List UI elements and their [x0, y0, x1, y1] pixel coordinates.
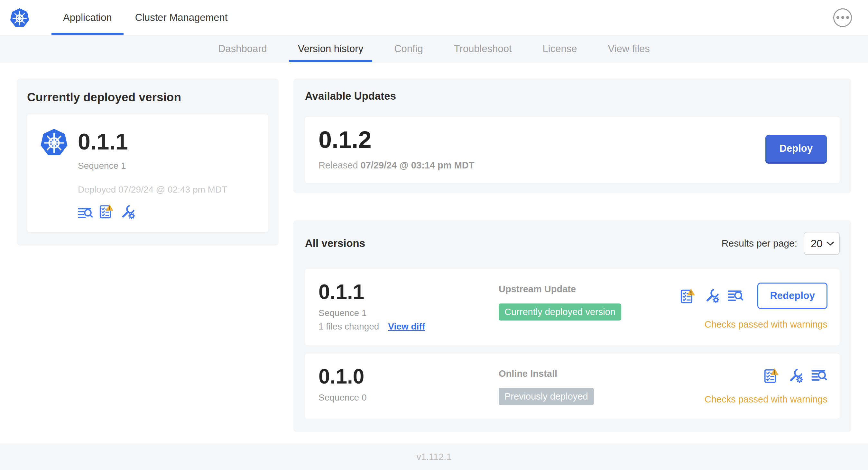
status-badge: Previously deployed [499, 388, 594, 405]
deployed-sequence: Sequence 1 [78, 161, 227, 171]
app-sub-nav: Dashboard Version history Config Trouble… [0, 35, 868, 62]
deployed-timestamp: Deployed 07/29/24 @ 02:43 pm MDT [78, 184, 227, 195]
status-badge: Currently deployed version [499, 303, 621, 321]
files-changed-label: 1 files changed [318, 322, 379, 332]
update-released-line: Released 07/29/24 @ 03:14 pm MDT [318, 160, 765, 171]
all-versions-panel: All versions Results per page: 20 [293, 220, 851, 432]
tab-version-history[interactable]: Version history [289, 35, 372, 62]
available-updates-title: Available Updates [305, 90, 840, 102]
view-diff-link[interactable]: View diff [388, 322, 425, 332]
update-version-number: 0.1.2 [318, 128, 765, 152]
kubernetes-app-icon [40, 128, 68, 156]
app-page: Application Cluster Management Dashboard… [0, 0, 868, 470]
deploy-button[interactable]: Deploy [765, 135, 827, 164]
top-nav: Application Cluster Management [52, 0, 239, 35]
version-actions-block: Redeploy Checks passed with warnings [680, 281, 828, 330]
tab-view-files[interactable]: View files [599, 35, 658, 62]
main-content: Currently deployed version 0.1.1 Sequenc… [0, 62, 868, 444]
released-prefix: Released [318, 160, 358, 170]
top-bar: Application Cluster Management [0, 0, 868, 35]
app-logo [10, 0, 30, 35]
view-diff-icon[interactable] [811, 369, 828, 382]
edit-config-icon[interactable] [120, 204, 135, 219]
version-info: 0.1.1 Sequence 1 1 files changed View di… [318, 281, 499, 332]
version-source: Upstream Update [499, 284, 680, 295]
version-sequence: Sequence 1 [318, 308, 499, 318]
view-diff-icon[interactable] [728, 289, 744, 302]
tab-application[interactable]: Application [52, 0, 124, 35]
edit-config-icon[interactable] [788, 368, 803, 383]
version-source-block: Online Install Previously deployed [499, 366, 705, 405]
version-source-block: Upstream Update Currently deployed versi… [499, 281, 680, 321]
deployed-version-card: 0.1.1 Sequence 1 Deployed 07/29/24 @ 02:… [27, 114, 268, 232]
redeploy-button[interactable]: Redeploy [757, 282, 828, 309]
version-number: 0.1.0 [318, 366, 499, 388]
app-footer: v1.112.1 [0, 444, 868, 470]
kubernetes-logo-icon [10, 8, 30, 28]
version-row-0-1-0: 0.1.0 Sequence 0 Online Install Previous… [305, 354, 840, 418]
version-source: Online Install [499, 368, 705, 379]
topbar-spacer [239, 0, 833, 35]
available-updates-panel: Available Updates 0.1.2 Released 07/29/2… [293, 78, 851, 193]
deployed-version-number: 0.1.1 [78, 131, 227, 153]
console-version: v1.112.1 [416, 452, 452, 462]
results-per-page: Results per page: 20 [722, 232, 840, 255]
currently-deployed-panel: Currently deployed version 0.1.1 Sequenc… [17, 78, 279, 246]
ellipsis-icon [836, 16, 839, 19]
preflight-checks-warning-icon[interactable] [99, 203, 115, 219]
edit-config-icon[interactable] [705, 289, 719, 303]
view-diff-icon[interactable] [78, 207, 93, 219]
tab-troubleshoot[interactable]: Troubleshoot [445, 35, 521, 62]
results-per-page-label: Results per page: [722, 238, 797, 249]
tab-dashboard[interactable]: Dashboard [209, 35, 276, 62]
version-sequence: Sequence 0 [318, 393, 499, 403]
version-number: 0.1.1 [318, 281, 499, 303]
deployed-version-actions [78, 203, 227, 219]
preflight-checks-warning-icon[interactable] [764, 367, 780, 384]
deployed-panel-title: Currently deployed version [27, 91, 268, 104]
update-info: 0.1.2 Released 07/29/24 @ 03:14 pm MDT [318, 128, 765, 171]
tab-license[interactable]: License [534, 35, 586, 62]
right-column: Available Updates 0.1.2 Released 07/29/2… [293, 78, 851, 432]
preflight-checks-warning-icon[interactable] [680, 288, 696, 304]
results-per-page-select[interactable]: 20 [804, 232, 840, 255]
preflight-checks-status[interactable]: Checks passed with warnings [705, 394, 828, 405]
tab-cluster-management[interactable]: Cluster Management [124, 0, 239, 35]
available-update-row: 0.1.2 Released 07/29/24 @ 03:14 pm MDT D… [305, 117, 840, 183]
all-versions-header: All versions Results per page: 20 [305, 232, 840, 255]
more-options-button[interactable] [833, 8, 852, 27]
released-date: 07/29/24 @ 03:14 pm MDT [361, 160, 474, 170]
deployed-version-body: 0.1.1 Sequence 1 Deployed 07/29/24 @ 02:… [78, 128, 227, 219]
all-versions-title: All versions [305, 237, 365, 249]
preflight-checks-status[interactable]: Checks passed with warnings [705, 319, 828, 330]
version-info: 0.1.0 Sequence 0 [318, 366, 499, 403]
tab-config[interactable]: Config [385, 35, 432, 62]
version-actions-block: Checks passed with warnings [705, 366, 828, 405]
version-row-0-1-1: 0.1.1 Sequence 1 1 files changed View di… [305, 269, 840, 345]
